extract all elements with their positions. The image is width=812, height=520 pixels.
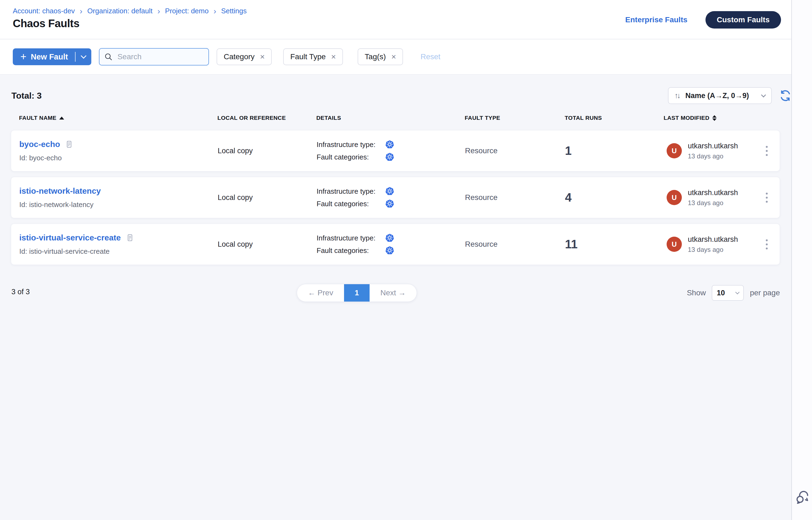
filter-chip-label: Tag(s)	[365, 52, 386, 61]
search-input[interactable]	[99, 48, 209, 66]
fault-categories-label: Fault categories:	[316, 246, 385, 255]
breadcrumb-project[interactable]: Project: demo	[165, 7, 208, 15]
kebab-menu-icon[interactable]	[766, 192, 768, 203]
breadcrumb-separator-icon: ›	[157, 6, 160, 15]
filter-chip-category[interactable]: Category ×	[217, 48, 272, 65]
fault-type-value: Resource	[465, 240, 565, 249]
local-or-reference-value: Local copy	[218, 240, 316, 249]
show-label: Show	[687, 288, 706, 297]
breadcrumb-organization[interactable]: Organization: default	[87, 7, 152, 15]
chevron-down-icon	[81, 53, 86, 59]
sort-both-icon	[712, 115, 717, 121]
fault-table: FAULT NAME LOCAL OR REFERENCE DETAILS FA…	[11, 114, 780, 265]
refresh-button[interactable]	[779, 90, 791, 102]
plus-icon: +	[20, 51, 26, 62]
sort-select[interactable]: ↑↓ Name (A→Z, 0→9)	[668, 87, 772, 104]
fault-categories-label: Fault categories:	[316, 153, 385, 161]
sort-select-value: Name (A→Z, 0→9)	[685, 92, 749, 100]
filter-chip-label: Fault Type	[290, 52, 326, 61]
total-runs-value: 11	[565, 237, 664, 251]
kubernetes-icon	[385, 233, 394, 243]
kebab-menu-icon[interactable]	[766, 239, 768, 250]
copy-icon[interactable]	[126, 233, 134, 242]
total-runs-value: 4	[565, 191, 664, 204]
page-size-value: 10	[717, 289, 725, 297]
search-icon	[104, 52, 113, 61]
close-icon[interactable]: ×	[331, 53, 336, 61]
pagination-range-label: 3 of 3	[11, 288, 30, 296]
modified-by-user: utkarsh.utkarsh	[688, 235, 738, 244]
column-header-last-modified[interactable]: LAST MODIFIED	[664, 115, 761, 121]
refresh-icon	[779, 90, 791, 102]
fault-type-value: Resource	[465, 193, 565, 202]
fault-categories-label: Fault categories:	[316, 200, 385, 208]
sort-asc-icon	[59, 116, 64, 120]
kebab-menu-icon[interactable]	[766, 146, 768, 156]
table-row: istio-virtual-service-create Id: istio-v…	[11, 224, 780, 265]
toolbar: + New Fault Category × Fault Type × Tag(…	[0, 40, 812, 75]
kubernetes-icon	[385, 199, 394, 208]
copy-icon[interactable]	[65, 140, 73, 149]
close-icon[interactable]: ×	[391, 53, 396, 61]
prev-page-button[interactable]: ← Prev	[297, 284, 344, 302]
infrastructure-type-label: Infrastructure type:	[316, 187, 385, 196]
next-page-button[interactable]: Next →	[370, 284, 416, 302]
sort-arrows-icon: ↑↓	[675, 91, 679, 100]
breadcrumb-settings[interactable]: Settings	[221, 7, 247, 15]
new-fault-dropdown-button[interactable]	[76, 48, 91, 65]
chevron-down-icon	[735, 290, 740, 294]
breadcrumb-account[interactable]: Account: chaos-dev	[13, 7, 75, 15]
modified-by-user: utkarsh.utkarsh	[688, 188, 738, 197]
modified-time: 13 days ago	[688, 246, 738, 254]
filter-chip-label: Category	[224, 52, 255, 61]
pager: ← Prev 1 Next →	[297, 284, 417, 302]
total-count-label: Total: 3	[11, 91, 42, 101]
breadcrumb-separator-icon: ›	[213, 6, 216, 15]
kubernetes-icon	[385, 140, 394, 149]
filter-chip-tags[interactable]: Tag(s) ×	[358, 48, 403, 65]
page-title: Chaos Faults	[13, 17, 79, 30]
table-row: byoc-echo Id: byoc-echo Local copy Infra…	[11, 130, 780, 172]
right-gutter	[791, 0, 812, 520]
modified-time: 13 days ago	[688, 199, 738, 207]
column-header-local-or-reference: LOCAL OR REFERENCE	[218, 115, 316, 121]
close-icon[interactable]: ×	[260, 53, 265, 61]
fault-name-link[interactable]: istio-network-latency	[19, 186, 101, 196]
chat-bubble-icon[interactable]	[795, 490, 810, 505]
chevron-down-icon	[761, 93, 766, 97]
fault-id: Id: istio-network-latency	[19, 201, 218, 209]
avatar: U	[667, 143, 682, 158]
column-header-details: DETAILS	[316, 115, 465, 121]
page-header: Account: chaos-dev › Organization: defau…	[0, 0, 812, 40]
column-header-total-runs: TOTAL RUNS	[565, 115, 664, 121]
infrastructure-type-label: Infrastructure type:	[316, 140, 385, 149]
fault-id: Id: istio-virtual-service-create	[19, 247, 218, 256]
kubernetes-icon	[385, 152, 394, 162]
table-header-row: FAULT NAME LOCAL OR REFERENCE DETAILS FA…	[11, 114, 780, 122]
avatar: U	[667, 190, 682, 205]
reset-filters-button[interactable]: Reset	[421, 52, 440, 61]
total-runs-value: 1	[565, 144, 664, 158]
fault-name-link[interactable]: byoc-echo	[19, 140, 60, 149]
column-header-fault-name[interactable]: FAULT NAME	[19, 115, 218, 121]
custom-faults-button[interactable]: Custom Faults	[706, 11, 781, 28]
infrastructure-type-label: Infrastructure type:	[316, 234, 385, 242]
page-number-button[interactable]: 1	[344, 284, 370, 302]
page-size-select[interactable]: 10	[712, 285, 744, 301]
column-header-fault-type: FAULT TYPE	[465, 115, 565, 121]
avatar: U	[667, 237, 682, 252]
fault-id: Id: byoc-echo	[19, 154, 218, 162]
new-fault-label: New Fault	[31, 52, 68, 61]
fault-name-link[interactable]: istio-virtual-service-create	[19, 233, 121, 242]
table-row: istio-network-latency Id: istio-network-…	[11, 177, 780, 218]
fault-type-value: Resource	[465, 147, 565, 155]
modified-by-user: utkarsh.utkarsh	[688, 142, 738, 150]
new-fault-button[interactable]: + New Fault	[13, 48, 91, 65]
breadcrumb-separator-icon: ›	[80, 6, 82, 15]
filter-chip-fault-type[interactable]: Fault Type ×	[283, 48, 343, 65]
kubernetes-icon	[385, 246, 394, 255]
enterprise-faults-link[interactable]: Enterprise Faults	[625, 16, 688, 24]
kubernetes-icon	[385, 187, 394, 196]
breadcrumb: Account: chaos-dev › Organization: defau…	[13, 6, 247, 15]
local-or-reference-value: Local copy	[218, 147, 316, 155]
